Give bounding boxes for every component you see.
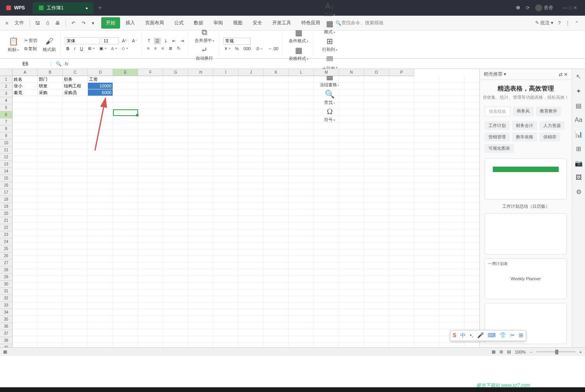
- camera-icon[interactable]: 📷: [575, 160, 583, 167]
- spreadsheet-grid[interactable]: ABCDEFGHIJKLMNOP 12345678910111213141516…: [0, 69, 479, 347]
- column-header[interactable]: O: [364, 69, 389, 76]
- zoom-out-icon[interactable]: −: [530, 350, 532, 354]
- template-card[interactable]: [485, 158, 567, 200]
- ime-toolbar[interactable]: S 中 •, 🎤 ⌨ 👕 ✂ ⊞: [450, 330, 526, 341]
- cell[interactable]: 采购员: [63, 89, 88, 96]
- cell[interactable]: 张小: [13, 83, 38, 89]
- print-preview-icon[interactable]: 🖶: [53, 19, 62, 27]
- increase-font-icon[interactable]: A⁺: [120, 38, 129, 44]
- row-header[interactable]: 11: [0, 147, 12, 154]
- ime-voice-icon[interactable]: 🎤: [477, 332, 484, 339]
- row-header[interactable]: 18: [0, 196, 12, 203]
- add-tab-button[interactable]: +: [93, 4, 106, 11]
- row-header[interactable]: 16: [0, 182, 12, 189]
- template-tag[interactable]: 教学表格: [512, 132, 537, 142]
- template-card[interactable]: 一周计划表 Weekly Planner: [485, 258, 567, 299]
- template-tag[interactable]: 工作计划: [485, 121, 510, 130]
- zoom-icon[interactable]: 🔍: [56, 61, 62, 67]
- cell[interactable]: 采购: [38, 89, 63, 96]
- file-menu[interactable]: 文件: [12, 18, 26, 28]
- table-style-button[interactable]: ▦表格样式: [286, 45, 311, 62]
- row-header[interactable]: 25: [0, 245, 12, 252]
- cell[interactable]: 6000: [88, 89, 113, 96]
- underline-button[interactable]: U: [78, 45, 85, 52]
- italic-button[interactable]: I: [73, 45, 77, 52]
- cell[interactable]: 工资: [88, 76, 113, 83]
- decrease-font-icon[interactable]: A⁻: [130, 38, 139, 44]
- close-button[interactable]: ✕: [573, 5, 577, 11]
- row-header[interactable]: 6: [0, 111, 12, 118]
- ribbon-tab-视图[interactable]: 视图: [228, 17, 247, 29]
- row-header[interactable]: 26: [0, 252, 12, 260]
- column-header[interactable]: J: [239, 69, 264, 76]
- row-header[interactable]: 19: [0, 203, 12, 210]
- template-search[interactable]: 搜索模板: [485, 107, 510, 116]
- percent-icon[interactable]: %: [233, 45, 241, 52]
- cell[interactable]: 10000: [88, 83, 113, 89]
- print-icon[interactable]: ⎙: [44, 19, 51, 27]
- gear-icon[interactable]: ⚙: [576, 188, 581, 196]
- annotate-button[interactable]: ✎ 批注 ▾: [535, 20, 554, 26]
- template-tag[interactable]: 商务风: [513, 107, 534, 116]
- cell[interactable]: 部门: [38, 76, 63, 83]
- align-top-icon[interactable]: ⤒: [146, 38, 152, 44]
- column-header[interactable]: I: [213, 69, 239, 76]
- ime-keyboard-icon[interactable]: ⌨: [488, 332, 496, 339]
- redo-icon[interactable]: ↷: [79, 19, 88, 27]
- row-header[interactable]: 32: [0, 295, 12, 302]
- auto-wrap-button[interactable]: ⤶自动换行: [193, 44, 215, 62]
- row-header[interactable]: 15: [0, 175, 12, 182]
- row-header[interactable]: 13: [0, 161, 12, 168]
- cell[interactable]: 结构工程: [63, 83, 88, 89]
- row-header[interactable]: 29: [0, 274, 12, 281]
- indent-decrease-icon[interactable]: ⇤: [171, 38, 177, 44]
- copy-button[interactable]: ⧉ 复制: [23, 45, 39, 53]
- font-size-select[interactable]: [102, 37, 119, 44]
- decrease-decimal-icon[interactable]: .0→: [254, 45, 265, 52]
- column-header[interactable]: F: [138, 69, 163, 76]
- column-header[interactable]: G: [163, 69, 188, 76]
- row-header[interactable]: 5: [0, 104, 12, 111]
- row-header[interactable]: 2: [0, 83, 12, 90]
- row-header[interactable]: 10: [0, 140, 12, 147]
- template-card[interactable]: [485, 213, 567, 254]
- column-header[interactable]: A: [13, 69, 38, 76]
- command-search[interactable]: 🔍 查找命令、搜索模板: [331, 20, 384, 26]
- align-center-icon[interactable]: ≡: [153, 45, 158, 51]
- maximize-button[interactable]: □: [569, 5, 572, 11]
- number-format-select[interactable]: [223, 38, 251, 45]
- view-page-icon[interactable]: ⊞: [499, 349, 503, 354]
- formula-input[interactable]: [73, 61, 585, 67]
- row-header[interactable]: 1: [0, 76, 12, 83]
- ime-mode[interactable]: 中: [460, 332, 466, 339]
- ribbon-tab-页面布局[interactable]: 页面布局: [140, 17, 169, 29]
- row-header[interactable]: 38: [0, 337, 12, 344]
- align-right-icon[interactable]: ≡: [160, 45, 166, 51]
- column-header[interactable]: E: [113, 69, 138, 76]
- minimize-button[interactable]: —: [563, 5, 567, 11]
- row-header[interactable]: 34: [0, 309, 12, 316]
- align-middle-icon[interactable]: ☰: [154, 38, 161, 44]
- column-header[interactable]: H: [188, 69, 213, 76]
- align-bottom-icon[interactable]: ⤓: [162, 38, 169, 44]
- panel-close-icon[interactable]: ✕: [564, 72, 568, 77]
- conditional-format-button[interactable]: ▦条件格式: [286, 27, 311, 45]
- column-headers[interactable]: ABCDEFGHIJKLMNOP: [13, 69, 414, 76]
- merge-center-button[interactable]: ⧉合并居中: [192, 27, 217, 44]
- badge-icon[interactable]: ❶: [516, 5, 520, 11]
- indent-increase-icon[interactable]: ⇥: [179, 38, 186, 44]
- ribbon-tab-安全[interactable]: 安全: [248, 17, 267, 29]
- status-icon[interactable]: ▦: [3, 349, 7, 354]
- column-header[interactable]: P: [389, 69, 414, 76]
- font-name-select[interactable]: [65, 37, 100, 44]
- select-all-corner[interactable]: [0, 69, 13, 76]
- row-header[interactable]: 7: [0, 118, 12, 125]
- row-col-button[interactable]: ⊞行和列: [320, 36, 340, 53]
- style-icon[interactable]: Aa: [575, 116, 583, 123]
- cut-button[interactable]: ✂ 剪切: [23, 37, 39, 44]
- save-icon[interactable]: 🖫: [33, 19, 42, 27]
- view-normal-icon[interactable]: ▦: [492, 349, 496, 354]
- template-tag[interactable]: 营销管理: [485, 132, 510, 142]
- row-header[interactable]: 31: [0, 288, 12, 295]
- cell[interactable]: 姓名: [13, 76, 38, 83]
